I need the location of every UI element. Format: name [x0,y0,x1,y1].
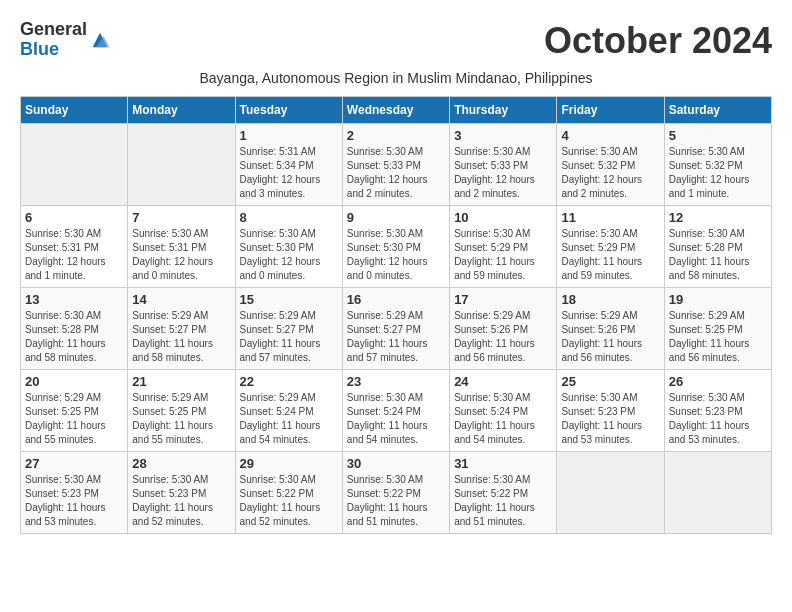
calendar-cell [557,452,664,534]
day-info: Sunrise: 5:30 AM Sunset: 5:23 PM Dayligh… [561,391,659,447]
day-number: 1 [240,128,338,143]
day-info: Sunrise: 5:30 AM Sunset: 5:31 PM Dayligh… [25,227,123,283]
calendar-cell: 4Sunrise: 5:30 AM Sunset: 5:32 PM Daylig… [557,124,664,206]
calendar-cell: 18Sunrise: 5:29 AM Sunset: 5:26 PM Dayli… [557,288,664,370]
calendar-week-row: 13Sunrise: 5:30 AM Sunset: 5:28 PM Dayli… [21,288,772,370]
day-number: 4 [561,128,659,143]
calendar-cell [21,124,128,206]
day-info: Sunrise: 5:30 AM Sunset: 5:33 PM Dayligh… [347,145,445,201]
day-info: Sunrise: 5:29 AM Sunset: 5:27 PM Dayligh… [132,309,230,365]
calendar-cell: 13Sunrise: 5:30 AM Sunset: 5:28 PM Dayli… [21,288,128,370]
day-number: 18 [561,292,659,307]
day-number: 31 [454,456,552,471]
calendar-cell: 20Sunrise: 5:29 AM Sunset: 5:25 PM Dayli… [21,370,128,452]
day-info: Sunrise: 5:30 AM Sunset: 5:29 PM Dayligh… [561,227,659,283]
day-number: 23 [347,374,445,389]
calendar-cell: 12Sunrise: 5:30 AM Sunset: 5:28 PM Dayli… [664,206,771,288]
calendar-cell: 2Sunrise: 5:30 AM Sunset: 5:33 PM Daylig… [342,124,449,206]
calendar-cell: 3Sunrise: 5:30 AM Sunset: 5:33 PM Daylig… [450,124,557,206]
day-number: 30 [347,456,445,471]
day-info: Sunrise: 5:30 AM Sunset: 5:22 PM Dayligh… [240,473,338,529]
day-number: 6 [25,210,123,225]
month-title: October 2024 [544,20,772,62]
calendar-week-row: 20Sunrise: 5:29 AM Sunset: 5:25 PM Dayli… [21,370,772,452]
day-info: Sunrise: 5:30 AM Sunset: 5:32 PM Dayligh… [669,145,767,201]
day-number: 9 [347,210,445,225]
calendar-cell: 28Sunrise: 5:30 AM Sunset: 5:23 PM Dayli… [128,452,235,534]
day-info: Sunrise: 5:30 AM Sunset: 5:24 PM Dayligh… [454,391,552,447]
calendar-week-row: 27Sunrise: 5:30 AM Sunset: 5:23 PM Dayli… [21,452,772,534]
day-info: Sunrise: 5:29 AM Sunset: 5:24 PM Dayligh… [240,391,338,447]
day-info: Sunrise: 5:30 AM Sunset: 5:33 PM Dayligh… [454,145,552,201]
calendar-cell: 23Sunrise: 5:30 AM Sunset: 5:24 PM Dayli… [342,370,449,452]
day-info: Sunrise: 5:29 AM Sunset: 5:26 PM Dayligh… [454,309,552,365]
day-number: 26 [669,374,767,389]
day-info: Sunrise: 5:30 AM Sunset: 5:22 PM Dayligh… [347,473,445,529]
header-sunday: Sunday [21,97,128,124]
logo-icon [89,29,111,51]
day-info: Sunrise: 5:29 AM Sunset: 5:27 PM Dayligh… [347,309,445,365]
calendar-header-row: SundayMondayTuesdayWednesdayThursdayFrid… [21,97,772,124]
header-wednesday: Wednesday [342,97,449,124]
day-info: Sunrise: 5:30 AM Sunset: 5:31 PM Dayligh… [132,227,230,283]
calendar-cell: 25Sunrise: 5:30 AM Sunset: 5:23 PM Dayli… [557,370,664,452]
day-number: 27 [25,456,123,471]
calendar-week-row: 1Sunrise: 5:31 AM Sunset: 5:34 PM Daylig… [21,124,772,206]
day-number: 21 [132,374,230,389]
calendar-cell: 27Sunrise: 5:30 AM Sunset: 5:23 PM Dayli… [21,452,128,534]
day-info: Sunrise: 5:30 AM Sunset: 5:29 PM Dayligh… [454,227,552,283]
day-info: Sunrise: 5:30 AM Sunset: 5:28 PM Dayligh… [25,309,123,365]
calendar-cell: 6Sunrise: 5:30 AM Sunset: 5:31 PM Daylig… [21,206,128,288]
calendar-cell: 7Sunrise: 5:30 AM Sunset: 5:31 PM Daylig… [128,206,235,288]
header-monday: Monday [128,97,235,124]
day-number: 25 [561,374,659,389]
day-number: 29 [240,456,338,471]
day-number: 7 [132,210,230,225]
day-number: 10 [454,210,552,225]
day-info: Sunrise: 5:30 AM Sunset: 5:28 PM Dayligh… [669,227,767,283]
page-header: General Blue October 2024 [20,20,772,62]
day-number: 12 [669,210,767,225]
day-number: 19 [669,292,767,307]
subtitle: Bayanga, Autonomous Region in Muslim Min… [20,70,772,86]
day-info: Sunrise: 5:29 AM Sunset: 5:25 PM Dayligh… [25,391,123,447]
day-info: Sunrise: 5:30 AM Sunset: 5:30 PM Dayligh… [347,227,445,283]
calendar-cell: 17Sunrise: 5:29 AM Sunset: 5:26 PM Dayli… [450,288,557,370]
calendar-cell [664,452,771,534]
calendar-week-row: 6Sunrise: 5:30 AM Sunset: 5:31 PM Daylig… [21,206,772,288]
day-number: 28 [132,456,230,471]
day-number: 11 [561,210,659,225]
calendar-cell: 8Sunrise: 5:30 AM Sunset: 5:30 PM Daylig… [235,206,342,288]
day-info: Sunrise: 5:29 AM Sunset: 5:25 PM Dayligh… [132,391,230,447]
logo-general-text: General [20,20,87,40]
logo-blue-text: Blue [20,40,87,60]
day-info: Sunrise: 5:29 AM Sunset: 5:25 PM Dayligh… [669,309,767,365]
day-info: Sunrise: 5:30 AM Sunset: 5:24 PM Dayligh… [347,391,445,447]
calendar-table: SundayMondayTuesdayWednesdayThursdayFrid… [20,96,772,534]
calendar-cell: 30Sunrise: 5:30 AM Sunset: 5:22 PM Dayli… [342,452,449,534]
day-number: 2 [347,128,445,143]
day-number: 13 [25,292,123,307]
calendar-cell: 1Sunrise: 5:31 AM Sunset: 5:34 PM Daylig… [235,124,342,206]
calendar-cell: 9Sunrise: 5:30 AM Sunset: 5:30 PM Daylig… [342,206,449,288]
day-number: 14 [132,292,230,307]
day-info: Sunrise: 5:30 AM Sunset: 5:22 PM Dayligh… [454,473,552,529]
calendar-cell: 29Sunrise: 5:30 AM Sunset: 5:22 PM Dayli… [235,452,342,534]
day-info: Sunrise: 5:30 AM Sunset: 5:30 PM Dayligh… [240,227,338,283]
calendar-cell: 16Sunrise: 5:29 AM Sunset: 5:27 PM Dayli… [342,288,449,370]
day-number: 5 [669,128,767,143]
day-info: Sunrise: 5:29 AM Sunset: 5:27 PM Dayligh… [240,309,338,365]
day-info: Sunrise: 5:29 AM Sunset: 5:26 PM Dayligh… [561,309,659,365]
day-info: Sunrise: 5:30 AM Sunset: 5:23 PM Dayligh… [132,473,230,529]
day-info: Sunrise: 5:30 AM Sunset: 5:23 PM Dayligh… [669,391,767,447]
header-tuesday: Tuesday [235,97,342,124]
calendar-cell: 21Sunrise: 5:29 AM Sunset: 5:25 PM Dayli… [128,370,235,452]
day-number: 22 [240,374,338,389]
calendar-cell: 11Sunrise: 5:30 AM Sunset: 5:29 PM Dayli… [557,206,664,288]
header-friday: Friday [557,97,664,124]
calendar-cell: 26Sunrise: 5:30 AM Sunset: 5:23 PM Dayli… [664,370,771,452]
calendar-cell: 24Sunrise: 5:30 AM Sunset: 5:24 PM Dayli… [450,370,557,452]
day-number: 20 [25,374,123,389]
calendar-cell: 10Sunrise: 5:30 AM Sunset: 5:29 PM Dayli… [450,206,557,288]
logo: General Blue [20,20,111,60]
